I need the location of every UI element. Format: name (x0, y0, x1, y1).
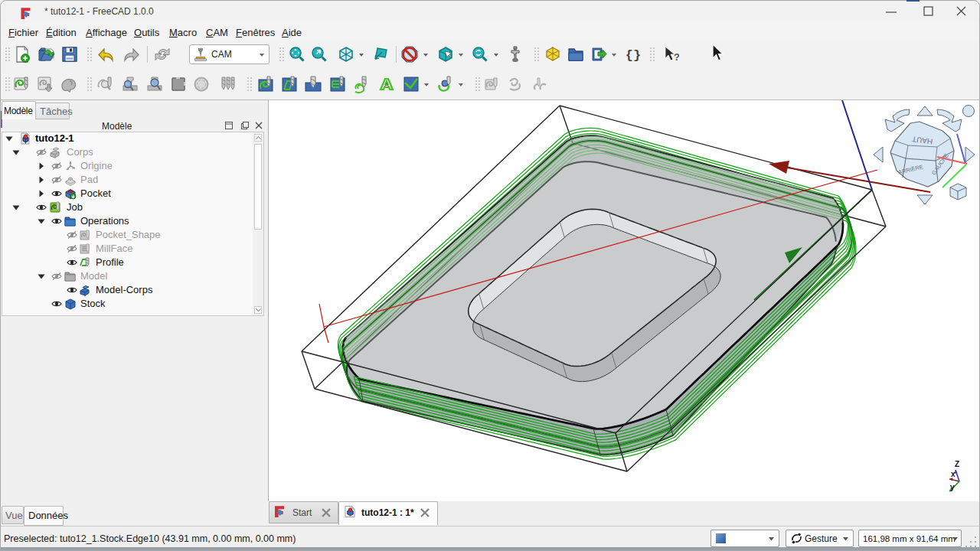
svg-text:Z: Z (955, 460, 959, 468)
svg-text:x: x (951, 470, 956, 478)
svg-text:y: y (950, 483, 955, 491)
svg-text:{}: {} (626, 48, 641, 63)
svg-text:?: ? (674, 51, 679, 63)
svg-text:A: A (384, 81, 389, 89)
